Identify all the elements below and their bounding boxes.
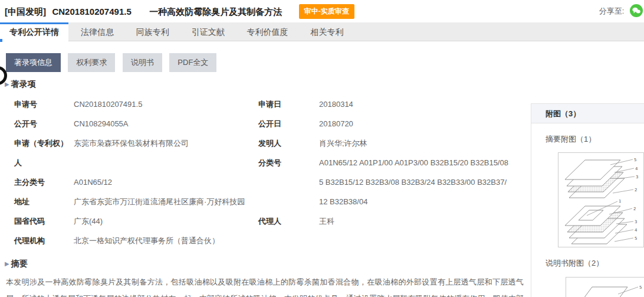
figures-panel-title: 附图（3）	[531, 104, 644, 123]
field-label: 公开号	[14, 114, 74, 133]
field-row-inventors: 发明人 肖兴华;许尔林	[258, 133, 531, 153]
field-value: 广东(44)	[74, 211, 103, 231]
main-tabbar: 专利公开详情 法律信息 同族专利 引证文献 专利价值度 相关专利	[0, 22, 644, 41]
svg-text:3: 3	[635, 220, 637, 224]
share-label: 分享至:	[599, 6, 625, 15]
field-label: 申请日	[258, 94, 319, 114]
tab-patent-family[interactable]: 同族专利	[126, 22, 179, 41]
field-label: 代理人	[258, 211, 319, 231]
bibliography-left-column: 申请号 CN201810207491.5 公开号 CN108294055A 申请…	[14, 94, 258, 250]
field-row-address: 地址 广东省东莞市万江街道流涌尾社区廉商·万好科技园	[14, 192, 258, 211]
field-row-main-ipc: 主分类号 A01N65/12	[14, 172, 258, 192]
field-label: 分类号	[258, 153, 319, 172]
tab-citations[interactable]: 引证文献	[182, 22, 235, 41]
status-badge: 审中-实质审查	[299, 4, 354, 19]
svg-text:3: 3	[636, 175, 638, 179]
field-value: A01N65/12	[74, 172, 112, 192]
field-label: 公开日	[258, 114, 319, 133]
page-header: [中国发明] CN201810207491.5 一种高效防霉除臭片及其制备方法 …	[0, 0, 644, 22]
field-value: 广东省东莞市万江街道流涌尾社区廉商·万好科技园	[74, 192, 245, 211]
svg-text:5: 5	[635, 236, 637, 241]
field-value: 东莞市枭森环保包装材料有限公司	[74, 133, 189, 153]
tab-patent-detail[interactable]: 专利公开详情	[0, 22, 68, 41]
field-row-application-date: 申请日 20180314	[258, 94, 531, 114]
subtab-description[interactable]: 说明书	[123, 53, 162, 72]
subtab-pdf-fulltext[interactable]: PDF全文	[169, 53, 216, 72]
field-value: A01N65/12 A01P1/00 A01P3/00 B32B15/20 B3…	[319, 153, 509, 211]
field-value: 北京一格知识产权代理事务所（普通合伙）	[74, 231, 219, 250]
right-arrow-icon: ▶	[5, 260, 9, 267]
figures-sidebar: 附图（3） 摘要附图（1） 5	[531, 103, 644, 297]
bibliography-section-header: ▶著录项	[5, 79, 531, 90]
field-row-province-code: 国省代码 广东(44)	[14, 211, 258, 231]
svg-text:5: 5	[634, 158, 636, 162]
field-label: 申请（专利权）人	[14, 133, 74, 172]
tab-patent-value[interactable]: 专利价值度	[237, 22, 298, 41]
field-row-ipc-list: 分类号 A01N65/12 A01P1/00 A01P3/00 B32B15/2…	[258, 153, 531, 211]
field-row-agent: 代理人 王科	[258, 211, 531, 231]
right-arrow-icon: ▶	[5, 81, 9, 87]
svg-text:1: 1	[619, 199, 621, 204]
bibliography-grid: 申请号 CN201810207491.5 公开号 CN108294055A 申请…	[14, 94, 531, 250]
description-figure-label: 说明书附图（2）	[531, 247, 644, 269]
field-row-applicant: 申请（专利权）人 东莞市枭森环保包装材料有限公司	[14, 133, 258, 172]
field-label: 主分类号	[14, 172, 74, 192]
field-value: 20180720	[319, 114, 353, 133]
field-value: 肖兴华;许尔林	[319, 133, 367, 153]
svg-text:2: 2	[635, 188, 637, 192]
field-row-publication-number: 公开号 CN108294055A	[14, 114, 258, 133]
content-area: 著录项信息 权利要求 说明书 PDF全文 ▶著录项 申请号 CN20181020…	[0, 41, 644, 297]
field-value: CN201810207491.5	[74, 94, 142, 114]
field-value: CN108294055A	[74, 114, 129, 133]
field-label: 代理机构	[14, 231, 74, 250]
field-row-agency: 代理机构 北京一格知识产权代理事务所（普通合伙）	[14, 231, 258, 250]
subtab-row: 著录项信息 权利要求 说明书 PDF全文	[5, 41, 531, 72]
svg-text:4: 4	[635, 167, 638, 171]
tab-legal-info[interactable]: 法律信息	[71, 22, 124, 41]
field-value: 王科	[319, 211, 334, 231]
patent-type-tag: [中国发明]	[5, 6, 46, 17]
bibliography-section-title: 著录项	[11, 79, 36, 89]
abstract-section-header: ▶摘要	[5, 259, 531, 269]
svg-text:2: 2	[633, 207, 636, 211]
wechat-share-icon[interactable]	[630, 4, 643, 17]
subtab-bibliography[interactable]: 著录项信息	[6, 53, 61, 72]
field-row-publication-date: 公开日 20180720	[258, 114, 531, 133]
share-area: 分享至:	[599, 4, 643, 17]
svg-text:4: 4	[635, 228, 638, 233]
patent-detail-page: [中国发明] CN201810207491.5 一种高效防霉除臭片及其制备方法 …	[0, 0, 644, 297]
subtab-claims[interactable]: 权利要求	[68, 53, 115, 72]
svg-text:5: 5	[639, 285, 642, 290]
bibliography-right-column: 申请日 20180314 公开日 20180720 发明人 肖兴华;许尔林 分类…	[258, 94, 531, 250]
description-figure-thumbnail[interactable]: 5 4 3 2	[566, 277, 644, 297]
field-label: 地址	[14, 192, 74, 211]
patent-number: CN201810207491.5	[52, 6, 131, 17]
abstract-figure-label: 摘要附图（1）	[531, 123, 644, 145]
field-label: 申请号	[14, 94, 74, 114]
tab-related-patents[interactable]: 相关专利	[300, 22, 353, 41]
abstract-section-title: 摘要	[11, 259, 28, 268]
abstract-figure-thumbnail[interactable]: 5 4 3 2 1 2 3 4	[558, 152, 644, 247]
main-panel: 著录项信息 权利要求 说明书 PDF全文 ▶著录项 申请号 CN20181020…	[0, 41, 531, 297]
field-label: 国省代码	[14, 211, 74, 231]
field-value: 20180314	[319, 94, 353, 114]
abstract-text: 本发明涉及一种高效防霉除臭片及其制备方法，包括吸油棉以及吸附在吸油棉上的防霉杀菌…	[6, 274, 524, 297]
patent-title: 一种高效防霉除臭片及其制备方法	[149, 6, 282, 17]
field-label: 发明人	[258, 133, 319, 153]
field-row-application-number: 申请号 CN201810207491.5	[14, 94, 258, 114]
